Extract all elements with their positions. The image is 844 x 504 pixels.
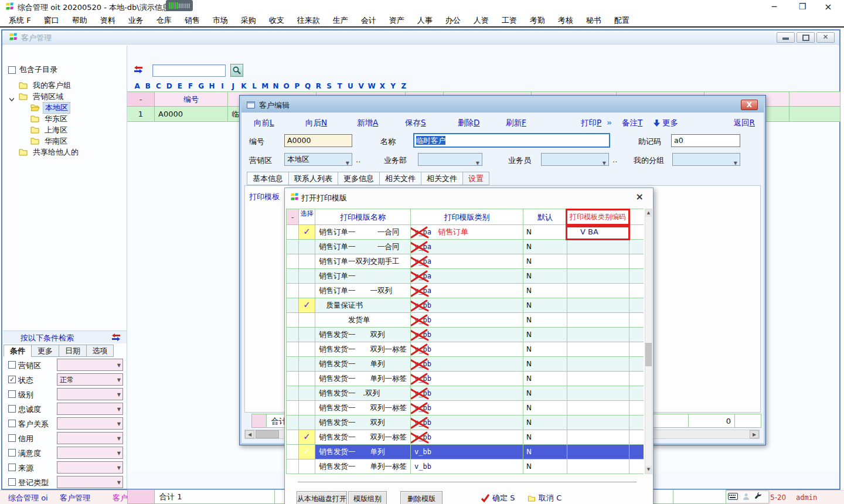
filter-select[interactable]: ▼	[57, 432, 123, 444]
menu-item[interactable]: 配置	[608, 14, 636, 26]
alphabet-letter[interactable]: O	[281, 82, 292, 90]
toolbar-6[interactable]: 刷新F	[506, 118, 526, 128]
scrollbar-thumb[interactable]	[256, 430, 279, 438]
dialog-button[interactable]: 模版组别	[348, 491, 387, 504]
menu-item[interactable]: 生产	[326, 14, 355, 26]
region-select[interactable]: 本地区▼	[284, 153, 352, 166]
alphabet-letter[interactable]: M	[260, 82, 270, 90]
name-field[interactable]: 临时客户	[413, 133, 610, 148]
menu-item[interactable]: 仓库	[150, 14, 178, 26]
tab-基本信息[interactable]: 基本信息	[247, 172, 288, 185]
row-checkbox[interactable]: ✓	[299, 445, 315, 459]
tab-联系人列表[interactable]: 联系人列表	[288, 172, 338, 185]
restore-button[interactable]	[797, 32, 815, 43]
table-row[interactable]: 销售发货一 双列一标签v_bbN	[286, 342, 644, 357]
scroll-left-button[interactable]: ◀	[245, 430, 254, 438]
tree-item[interactable]: 上海区	[2, 124, 127, 135]
search-button[interactable]	[230, 64, 243, 77]
alphabet-letter[interactable]: E	[175, 82, 185, 90]
filter-tab[interactable]: 条件	[4, 345, 31, 357]
table-row[interactable]: ✓销售发货一 双列一标签v_bbN	[286, 430, 644, 445]
alphabet-letter[interactable]: H	[206, 82, 217, 90]
table-row[interactable]: 销售发货一 双列v_bbN	[286, 416, 644, 430]
statusbar-item[interactable]: 综合管理 oi	[8, 493, 48, 503]
tree-item[interactable]: 共享给他人的	[2, 147, 127, 158]
toolbar-3[interactable]: 新增A	[357, 118, 378, 128]
tree-item[interactable]: 本地区	[2, 102, 127, 113]
filter-tab[interactable]: 选项	[86, 345, 114, 357]
filter-checkbox[interactable]: ✓	[8, 376, 16, 383]
filter-checkbox[interactable]	[8, 405, 16, 413]
row-checkbox[interactable]: ✓	[299, 298, 315, 313]
table-row[interactable]: 销售发货一 单列v_bbN	[286, 357, 644, 372]
filter-checkbox[interactable]	[8, 390, 16, 398]
alphabet-letter[interactable]: D	[164, 82, 175, 90]
filter-checkbox[interactable]	[8, 434, 16, 442]
menu-item[interactable]: 资产	[383, 14, 411, 26]
alphabet-letter[interactable]: F	[185, 82, 196, 90]
filter-checkbox[interactable]	[8, 464, 16, 471]
tree-item[interactable]: 华东区	[2, 113, 127, 124]
alphabet-letter[interactable]: A	[132, 82, 142, 90]
ok-button[interactable]: 确定 S	[481, 493, 515, 503]
row-checkbox[interactable]	[299, 313, 315, 328]
toolbar-1[interactable]: 向前L	[254, 118, 274, 128]
alphabet-letter[interactable]: T	[335, 82, 345, 90]
filter-select[interactable]: ▼	[57, 403, 123, 415]
alphabet-letter[interactable]: N	[270, 82, 281, 90]
toolbar-5[interactable]: 删除D	[458, 118, 479, 128]
tab-更多信息[interactable]: 更多信息	[338, 172, 379, 185]
row-checkbox[interactable]	[299, 459, 315, 474]
alphabet-letter[interactable]: Y	[388, 82, 399, 90]
close-button[interactable]: ✕	[816, 32, 835, 43]
row-checkbox[interactable]	[299, 401, 315, 416]
filter-select[interactable]: ▼	[57, 388, 123, 400]
row-checkbox[interactable]	[299, 416, 315, 430]
scrollbar-thumb[interactable]	[645, 343, 652, 366]
person-icon[interactable]	[743, 493, 750, 502]
alphabet-letter[interactable]: J	[228, 82, 239, 90]
mnemonic-field[interactable]: a0	[671, 134, 740, 147]
alphabet-letter[interactable]: R	[313, 82, 324, 90]
minimize-button[interactable]	[777, 32, 795, 43]
alphabet-letter[interactable]: C	[153, 82, 164, 90]
close-button[interactable]: ×	[815, 0, 842, 15]
row-checkbox[interactable]: ✓	[299, 225, 315, 240]
filter-select[interactable]: ▼	[57, 447, 123, 459]
alphabet-letter[interactable]: K	[239, 82, 249, 90]
statusbar-item[interactable]: 客户管理	[60, 493, 90, 503]
filter-checkbox[interactable]	[8, 478, 16, 486]
close-icon[interactable]: ×	[636, 191, 644, 203]
menu-item[interactable]: 往来款	[291, 14, 326, 26]
table-row[interactable]: 销售发货一 单列一标签v_bbN	[286, 459, 644, 474]
menu-item[interactable]: 收支	[263, 14, 291, 26]
row-checkbox[interactable]	[299, 328, 315, 342]
menu-item[interactable]: 会计	[355, 14, 383, 26]
tab-相关文件[interactable]: 相关文件	[379, 172, 421, 185]
restore-button[interactable]: ❒	[789, 0, 816, 15]
search-input[interactable]	[152, 64, 226, 77]
scroll-up-button[interactable]: ▲	[645, 209, 652, 217]
dialog-button[interactable]: 删除模版	[400, 491, 443, 504]
alphabet-letter[interactable]: G	[196, 82, 206, 90]
swap-icon[interactable]	[134, 66, 143, 75]
alphabet-letter[interactable]: X	[377, 82, 387, 90]
table-row[interactable]: ◆✓销售发货一 单列v_bbN	[286, 445, 644, 459]
alphabet-letter[interactable]: U	[345, 82, 356, 90]
note-button[interactable]: 备注T	[622, 118, 642, 128]
code-field[interactable]: A0000	[284, 134, 352, 147]
tree-item[interactable]: 营销区域	[2, 91, 127, 102]
row-checkbox[interactable]: ✓	[299, 430, 315, 445]
alphabet-letter[interactable]: Q	[302, 82, 313, 90]
menu-item[interactable]: 系统 F	[2, 14, 38, 26]
menu-item[interactable]: 业务	[122, 14, 150, 26]
row-checkbox[interactable]	[299, 386, 315, 401]
row-checkbox[interactable]	[299, 254, 315, 269]
keyboard-icon[interactable]	[728, 493, 738, 502]
table-row[interactable]: ✓ 质量保证书v_bbN	[286, 298, 644, 313]
tab-相关文件[interactable]: 相关文件	[421, 172, 462, 185]
menu-item[interactable]: 人事	[411, 14, 439, 26]
menu-item[interactable]: 窗口	[38, 14, 66, 26]
row-checkbox[interactable]	[299, 357, 315, 372]
table-row[interactable]: 销售发货一 单列一标签v_bbN	[286, 372, 644, 386]
